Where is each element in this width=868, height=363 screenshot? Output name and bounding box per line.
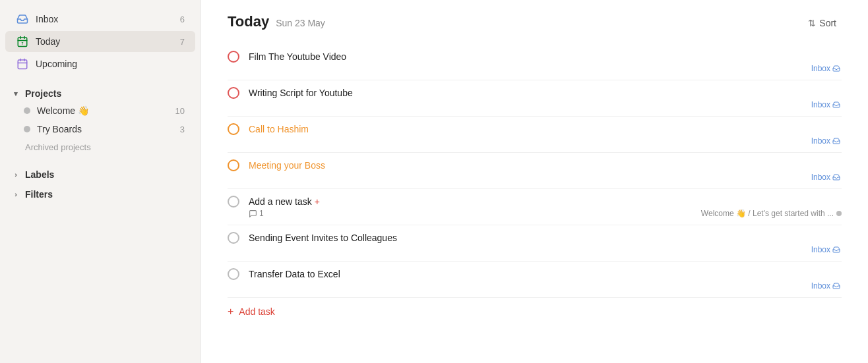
task-circle[interactable] xyxy=(228,51,239,63)
sidebar-item-inbox[interactable]: Inbox 6 xyxy=(5,9,195,30)
task-circle[interactable] xyxy=(228,268,239,280)
task-item[interactable]: Call to Hashim Inbox xyxy=(228,117,842,153)
svg-text:7: 7 xyxy=(22,42,24,45)
task-item[interactable]: Add a new task + 1 Welcome 👋 / Let's get… xyxy=(228,189,842,225)
today-label: Today xyxy=(36,36,180,47)
task-text: Transfer Data to Excel xyxy=(249,269,842,279)
try-boards-dot xyxy=(24,126,30,132)
task-circle[interactable] xyxy=(228,123,239,135)
add-task-button[interactable]: + Add task xyxy=(228,298,842,321)
welcome-label: Welcome 👋 xyxy=(37,105,175,116)
add-task-plus-icon: + xyxy=(228,306,233,318)
task-list: Film The Youtube Video Inbox Writing Scr… xyxy=(228,44,842,321)
today-count: 7 xyxy=(180,37,185,47)
inbox-icon xyxy=(16,13,29,26)
projects-chevron: ▾ xyxy=(11,88,21,99)
task-meta: Inbox xyxy=(228,136,842,146)
page-header-left: Today Sun 23 May xyxy=(228,13,325,30)
project-dot xyxy=(836,211,842,216)
welcome-dot xyxy=(24,107,30,114)
projects-section-header[interactable]: ▾ Projects xyxy=(0,82,201,101)
inbox-label: Inbox xyxy=(36,14,180,24)
task-text: Sending Event Invites to Colleagues xyxy=(249,233,842,243)
task-item[interactable]: Transfer Data to Excel Inbox xyxy=(228,262,842,298)
inbox-badge: Inbox xyxy=(811,281,840,291)
task-item[interactable]: Meeting your Boss Inbox xyxy=(228,153,842,189)
inbox-badge: Inbox xyxy=(811,173,840,182)
task-circle[interactable] xyxy=(228,159,239,171)
task-circle[interactable] xyxy=(228,196,239,208)
task-text: Writing Script for Youtube xyxy=(249,88,842,98)
inbox-count: 6 xyxy=(180,14,185,24)
archived-projects-link[interactable]: Archived projects xyxy=(0,138,201,156)
project-path: Welcome 👋 / Let's get started with ... xyxy=(701,209,834,218)
inbox-badge: Inbox xyxy=(811,64,840,73)
inbox-badge: Inbox xyxy=(811,136,840,146)
task-item[interactable]: Sending Event Invites to Colleagues Inbo… xyxy=(228,225,842,262)
inbox-badge: Inbox xyxy=(811,245,840,254)
today-icon: 7 xyxy=(16,35,29,48)
sidebar-item-try-boards[interactable]: Try Boards 3 xyxy=(5,121,195,138)
task-meta: Inbox xyxy=(228,64,842,73)
task-meta: Inbox xyxy=(228,173,842,182)
main-content: Today Sun 23 May ⇅ Sort Film The Youtube… xyxy=(201,0,868,363)
svg-rect-5 xyxy=(18,60,27,69)
task-text: Film The Youtube Video xyxy=(249,51,842,62)
task-text: Add a new task + xyxy=(249,196,842,207)
page-title: Today xyxy=(228,13,269,30)
sidebar-item-upcoming[interactable]: Upcoming xyxy=(5,53,195,74)
task-text: Call to Hashim xyxy=(249,124,842,134)
filters-section-header[interactable]: › Filters xyxy=(0,182,201,202)
sort-icon: ⇅ xyxy=(808,18,816,28)
page-date: Sun 23 May xyxy=(276,18,325,28)
labels-section-label: Labels xyxy=(25,169,54,180)
upcoming-label: Upcoming xyxy=(36,59,185,69)
task-meta: Inbox xyxy=(228,100,842,109)
labels-section-header[interactable]: › Labels xyxy=(0,163,201,182)
add-task-label: Add task xyxy=(239,306,274,317)
projects-section-label: Projects xyxy=(25,88,61,99)
inbox-badge: Inbox xyxy=(811,100,840,109)
labels-chevron: › xyxy=(11,169,21,180)
sidebar-item-today[interactable]: 7 Today 7 xyxy=(5,31,195,52)
sort-button[interactable]: ⇅ Sort xyxy=(803,15,842,31)
upcoming-icon xyxy=(16,57,29,70)
task-comments: 1 xyxy=(249,209,264,218)
task-project-label: Welcome 👋 / Let's get started with ... xyxy=(701,209,842,218)
task-item[interactable]: Writing Script for Youtube Inbox xyxy=(228,80,842,117)
sort-label: Sort xyxy=(819,18,836,28)
try-boards-label: Try Boards xyxy=(37,124,180,134)
sidebar: Inbox 6 7 Today 7 Upcoming ▾ xyxy=(0,0,201,363)
task-text: Meeting your Boss xyxy=(249,160,842,171)
task-circle[interactable] xyxy=(228,87,239,99)
task-item[interactable]: Film The Youtube Video Inbox xyxy=(228,44,842,80)
comment-count: 1 xyxy=(259,209,264,218)
task-meta: Inbox xyxy=(228,245,842,254)
page-header: Today Sun 23 May ⇅ Sort xyxy=(228,13,842,31)
task-circle[interactable] xyxy=(228,232,239,244)
filters-chevron: › xyxy=(11,189,21,200)
sidebar-item-welcome[interactable]: Welcome 👋 10 xyxy=(5,102,195,119)
task-meta: Inbox xyxy=(228,281,842,291)
welcome-count: 10 xyxy=(175,106,185,116)
filters-section-label: Filters xyxy=(25,189,53,200)
try-boards-count: 3 xyxy=(180,125,185,134)
